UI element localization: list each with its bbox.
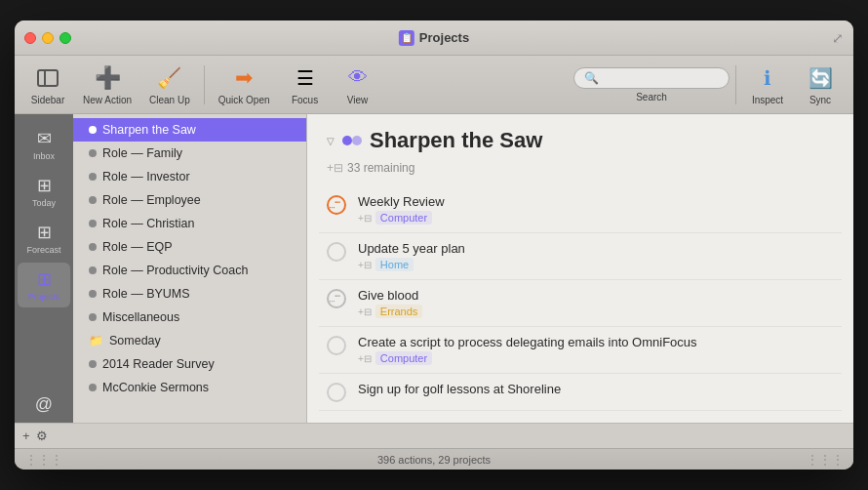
project-dot bbox=[89, 173, 97, 181]
inspect-label: Inspect bbox=[752, 95, 783, 105]
project-dot bbox=[89, 243, 97, 251]
search-label: Search bbox=[636, 92, 667, 102]
task-context-tag[interactable]: Computer bbox=[375, 211, 432, 225]
today-label: Today bbox=[32, 198, 56, 208]
project-label: Role — Christian bbox=[102, 217, 194, 230]
project-item-misc[interactable]: Miscellaneous bbox=[73, 306, 306, 329]
close-button[interactable] bbox=[24, 32, 36, 44]
focus-button[interactable]: ☰ Focus bbox=[280, 61, 331, 109]
project-item-sermons[interactable]: McConkie Sermons bbox=[73, 376, 306, 399]
sidebar-item-contacts[interactable]: @ bbox=[18, 388, 70, 423]
project-badge bbox=[342, 136, 362, 145]
sidebar-icon bbox=[34, 64, 61, 92]
project-dot bbox=[89, 384, 97, 391]
focus-label: Focus bbox=[292, 95, 318, 105]
main-window: 📋 Projects ⤢ Sidebar ➕ New Action 🧹 Clea… bbox=[15, 20, 853, 470]
grip-left-icon: ⋮⋮⋮ bbox=[24, 452, 62, 468]
project-item-investor[interactable]: Role — Investor bbox=[73, 165, 306, 188]
new-action-label: New Action bbox=[83, 95, 132, 105]
project-dot bbox=[89, 149, 97, 157]
clean-up-icon: 🧹 bbox=[156, 64, 183, 92]
clean-up-button[interactable]: 🧹 Clean Up bbox=[141, 61, 198, 109]
sidebar-button[interactable]: Sidebar bbox=[22, 61, 73, 109]
task-context-tag[interactable]: Computer bbox=[375, 351, 432, 365]
add-button[interactable]: + bbox=[22, 429, 30, 443]
title-text: Projects bbox=[419, 30, 469, 45]
task-name: Give blood bbox=[358, 288, 834, 303]
task-item[interactable]: ··· Give blood +⊟ Errands bbox=[319, 280, 842, 327]
today-icon: ⊞ bbox=[37, 175, 52, 196]
task-add-icon: +⊟ bbox=[358, 306, 372, 317]
project-label: Someday bbox=[109, 334, 161, 347]
task-context-tag[interactable]: Errands bbox=[375, 305, 423, 318]
project-dot bbox=[89, 266, 97, 274]
new-action-icon: ➕ bbox=[94, 64, 121, 92]
project-label: Role — Family bbox=[102, 146, 182, 160]
project-item-productivity[interactable]: Role — Productivity Coach bbox=[73, 259, 306, 282]
search-bar[interactable]: 🔍 bbox=[573, 67, 730, 89]
remaining-count: 33 remaining bbox=[347, 161, 414, 175]
sync-icon: 🔄 bbox=[807, 64, 834, 92]
fullscreen-icon[interactable]: ⤢ bbox=[832, 30, 844, 46]
in-progress-indicator: ··· bbox=[329, 201, 335, 213]
detail-subtitle: +⊟ 33 remaining bbox=[307, 161, 853, 186]
view-icon: 👁 bbox=[344, 64, 372, 92]
project-item-someday[interactable]: 📁 Someday bbox=[73, 329, 306, 352]
task-add-icon: +⊟ bbox=[358, 260, 372, 270]
task-context-tag[interactable]: Home bbox=[375, 258, 414, 271]
project-item-christian[interactable]: Role — Christian bbox=[73, 212, 306, 235]
task-content: Create a script to process delegating em… bbox=[358, 335, 834, 365]
task-add-icon: +⊟ bbox=[358, 213, 372, 224]
inspect-button[interactable]: ℹ Inspect bbox=[742, 61, 793, 109]
search-input[interactable] bbox=[604, 71, 719, 85]
task-content: Weekly Review +⊟ Computer bbox=[358, 194, 834, 225]
task-status-circle[interactable]: ··· bbox=[327, 289, 346, 308]
separator-1 bbox=[204, 65, 205, 104]
toolbar: Sidebar ➕ New Action 🧹 Clean Up ➡ Quick … bbox=[15, 56, 853, 114]
sidebar-label: Sidebar bbox=[31, 95, 64, 105]
project-item-sharpen[interactable]: Sharpen the Saw bbox=[73, 118, 306, 142]
minimize-button[interactable] bbox=[42, 32, 54, 44]
project-label: Miscellaneous bbox=[102, 310, 179, 324]
contacts-icon: @ bbox=[35, 394, 53, 415]
project-item-employee[interactable]: Role — Employee bbox=[73, 188, 306, 212]
icon-sidebar: ✉ Inbox ⊞ Today ⊞ Forecast ⊞ Projects @ bbox=[15, 114, 73, 423]
task-item[interactable]: Update 5 year plan +⊟ Home bbox=[319, 233, 842, 280]
project-item-reader[interactable]: 2014 Reader Survey bbox=[73, 352, 306, 376]
sidebar-item-forecast[interactable]: ⊞ Forecast bbox=[18, 216, 70, 261]
task-meta: +⊟ Computer bbox=[358, 351, 834, 365]
sidebar-item-today[interactable]: ⊞ Today bbox=[18, 169, 70, 214]
bottom-bar: + ⚙ bbox=[15, 423, 853, 448]
project-label: Role — Employee bbox=[102, 193, 201, 207]
project-label: Role — Productivity Coach bbox=[102, 264, 248, 277]
task-item[interactable]: Sign up for golf lessons at Shoreline bbox=[319, 374, 842, 411]
task-status-circle[interactable] bbox=[327, 242, 346, 262]
task-status-circle[interactable]: ··· bbox=[327, 195, 346, 215]
statusbar: ⋮⋮⋮ 396 actions, 29 projects ⋮⋮⋮ bbox=[15, 448, 853, 470]
task-name: Weekly Review bbox=[358, 194, 834, 209]
collapse-arrow-icon[interactable]: ▽ bbox=[327, 136, 335, 146]
task-item[interactable]: Create a script to process delegating em… bbox=[319, 327, 842, 374]
quick-open-button[interactable]: ➡ Quick Open bbox=[211, 61, 278, 109]
new-action-button[interactable]: ➕ New Action bbox=[75, 61, 139, 109]
task-status-circle[interactable] bbox=[327, 383, 346, 402]
sync-button[interactable]: 🔄 Sync bbox=[795, 61, 846, 109]
grip-right-icon: ⋮⋮⋮ bbox=[806, 452, 844, 468]
detail-title: Sharpen the Saw bbox=[370, 128, 542, 153]
task-item[interactable]: ··· Weekly Review +⊟ Computer bbox=[319, 186, 842, 233]
traffic-lights bbox=[24, 32, 71, 44]
gear-button[interactable]: ⚙ bbox=[36, 429, 48, 443]
project-label: McConkie Sermons bbox=[102, 381, 209, 394]
task-meta: +⊟ Home bbox=[358, 258, 834, 271]
project-item-eqp[interactable]: Role — EQP bbox=[73, 235, 306, 259]
view-button[interactable]: 👁 View bbox=[333, 61, 383, 109]
sidebar-item-inbox[interactable]: ✉ Inbox bbox=[18, 122, 70, 167]
sidebar-item-projects[interactable]: ⊞ Projects bbox=[18, 263, 70, 307]
task-status-circle[interactable] bbox=[327, 336, 346, 355]
window-title: 📋 Projects bbox=[399, 30, 469, 46]
maximize-button[interactable] bbox=[59, 32, 71, 44]
project-item-byums[interactable]: Role — BYUMS bbox=[73, 282, 306, 306]
project-label: Role — Investor bbox=[102, 170, 190, 184]
project-item-family[interactable]: Role — Family bbox=[73, 142, 306, 165]
inbox-icon: ✉ bbox=[37, 128, 52, 149]
